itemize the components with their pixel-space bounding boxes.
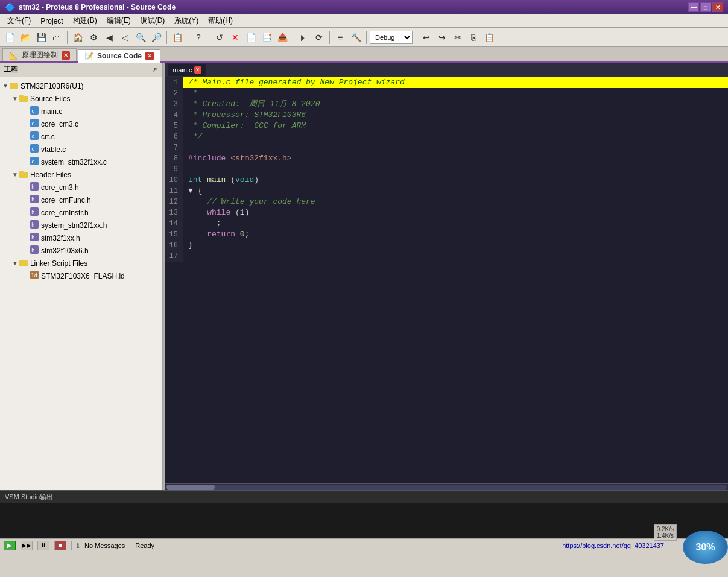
tree-label-crt_c: crt.c xyxy=(41,133,55,141)
line-number-13: 13 xyxy=(165,207,183,218)
tb-btn-copy[interactable]: ⎘ xyxy=(466,30,481,45)
menu-item-y[interactable]: 系统(Y) xyxy=(169,14,203,27)
tree-label-vtable_c: vtable.c xyxy=(41,145,66,154)
maximize-button[interactable]: □ xyxy=(700,2,711,12)
tree-item-stm32f103x6_h[interactable]: h stm32f103x6.h xyxy=(0,244,162,257)
redo-button[interactable]: ↪ xyxy=(435,30,449,45)
save-all-button[interactable]: 🗃 xyxy=(49,30,64,45)
tree-item-system_stm32_h[interactable]: h system_stm32f1xx.h xyxy=(0,219,162,232)
code-line-12[interactable]: 12 // Write your code here xyxy=(165,197,728,207)
minimize-button[interactable]: — xyxy=(688,2,699,12)
tb-btn-paste[interactable]: 📋 xyxy=(482,30,496,45)
tree-item-core_cminstr_h[interactable]: h core_cmInstr.h xyxy=(0,206,162,219)
tab-sourcecode-close[interactable]: ✕ xyxy=(145,52,154,60)
tree-item-crt_c[interactable]: c crt.c xyxy=(0,130,162,143)
code-scrollbar[interactable] xyxy=(165,483,728,490)
tree-label-stm32f103x6_h: stm32f103x6.h xyxy=(41,247,89,255)
tb-btn-13[interactable]: ≡ xyxy=(333,30,347,45)
code-line-1[interactable]: 1/* Main.c file generated by New Project… xyxy=(165,77,728,88)
pause-button[interactable]: ⏸ xyxy=(37,541,49,550)
help-button[interactable]: ? xyxy=(191,30,206,45)
tree-item-root[interactable]: ▼ STM32F103R6(U1) xyxy=(0,80,162,92)
home-button[interactable]: 🏠 xyxy=(71,30,85,45)
menu-item-b[interactable]: 构建(B) xyxy=(68,14,102,27)
tb-btn-9[interactable]: 📑 xyxy=(259,30,274,45)
scroll-thumb[interactable] xyxy=(166,485,215,490)
code-line-15[interactable]: 15 return 0; xyxy=(165,229,728,240)
code-line-13[interactable]: 13 while (1) xyxy=(165,207,728,218)
tree-icon-linkerfiles xyxy=(19,258,28,268)
status-bar: ▶ ▶▶ ⏸ ■ ℹ No Messages Ready https://blo… xyxy=(0,538,728,552)
scroll-track[interactable] xyxy=(166,485,727,490)
properties-button[interactable]: ⚙ xyxy=(86,30,101,45)
code-line-2[interactable]: 2 * xyxy=(165,88,728,99)
tab-schematic-close[interactable]: ✕ xyxy=(62,51,70,60)
play-button[interactable]: ▶ xyxy=(4,541,16,550)
tree-item-headerfiles[interactable]: ▼ Header Files xyxy=(0,168,162,181)
tree-item-linkerfiles[interactable]: ▼ Linker Script Files xyxy=(0,257,162,270)
stop-button[interactable]: ✕ xyxy=(228,30,242,45)
tree-arrow-linkerfiles[interactable]: ▼ xyxy=(12,260,18,266)
tree-item-core_cmfunc_h[interactable]: h core_cmFunc.h xyxy=(0,194,162,206)
tb-btn-cut[interactable]: ✂ xyxy=(451,30,465,45)
undo-compile-button[interactable]: ↺ xyxy=(212,30,227,45)
code-line-3[interactable]: 3 * Created: 周日 11月 8 2020 xyxy=(165,99,728,110)
menu-item-project[interactable]: Project xyxy=(36,16,68,27)
menu-item-e[interactable]: 编辑(E) xyxy=(102,14,136,27)
debug-dropdown[interactable]: Debug Release xyxy=(370,31,413,44)
tree-item-core_cm3_h[interactable]: h core_cm3.h xyxy=(0,181,162,194)
tb-btn-8[interactable]: 📄 xyxy=(244,30,258,45)
tb-btn-6[interactable]: 🔎 xyxy=(149,30,163,45)
tree-icon-headerfiles xyxy=(19,169,28,180)
new-button[interactable]: 📄 xyxy=(2,30,17,45)
title-bar: 🔷 stm32 - Proteus 8 Professional - Sourc… xyxy=(0,0,728,14)
code-line-9[interactable]: 9 xyxy=(165,164,728,175)
code-line-6[interactable]: 6 */ xyxy=(165,131,728,142)
open-button[interactable]: 📂 xyxy=(18,30,33,45)
tb-btn-11[interactable]: ⏵ xyxy=(296,30,311,45)
code-line-10[interactable]: 10int main (void) xyxy=(165,175,728,186)
code-line-4[interactable]: 4 * Processor: STM32F103R6 xyxy=(165,110,728,121)
tree-item-system_stm32[interactable]: c system_stm32f1xx.c xyxy=(0,156,162,168)
code-line-17[interactable]: 17 xyxy=(165,251,728,262)
code-tab-close[interactable]: ✕ xyxy=(194,66,201,74)
sidebar-collapse-button[interactable]: ↗ xyxy=(150,66,159,74)
tb-btn-12[interactable]: ⟳ xyxy=(312,30,326,45)
code-line-8[interactable]: 8#include <stm32f1xx.h> xyxy=(165,153,728,164)
tree-item-stm32f1xx_h[interactable]: h stm32f1xx.h xyxy=(0,232,162,244)
menu-item-h[interactable]: 帮助(H) xyxy=(203,14,238,27)
undo-button[interactable]: ↩ xyxy=(419,30,434,45)
code-line-5[interactable]: 5 * Compiler: GCC for ARM xyxy=(165,121,728,131)
tb-btn-4[interactable]: ◁ xyxy=(118,30,132,45)
close-button[interactable]: ✕ xyxy=(712,2,723,12)
menu-item-d[interactable]: 调试(D) xyxy=(136,14,170,27)
tree-arrow-headerfiles[interactable]: ▼ xyxy=(12,171,18,178)
upload-stat: 0.2K/s xyxy=(657,526,674,532)
tab-schematic[interactable]: 📐 原理图绘制 ✕ xyxy=(2,48,77,61)
step-button[interactable]: ▶▶ xyxy=(21,541,33,550)
code-line-14[interactable]: 14 ; xyxy=(165,218,728,229)
tb-btn-10[interactable]: 📤 xyxy=(275,30,290,45)
stop-sim-button[interactable]: ■ xyxy=(54,541,66,550)
tree-label-headerfiles: Header Files xyxy=(30,171,71,179)
menu-item-f[interactable]: 文件(F) xyxy=(2,14,36,27)
tree-item-vtable_c[interactable]: c vtable.c xyxy=(0,143,162,156)
tree-item-main_c[interactable]: c main.c xyxy=(0,105,162,118)
code-tab-main-c[interactable]: main.c ✕ xyxy=(168,64,206,76)
tree-arrow-sourcefiles[interactable]: ▼ xyxy=(12,95,18,102)
tab-sourcecode[interactable]: 📝 Source Code ✕ xyxy=(78,49,160,63)
tree-arrow-root[interactable]: ▼ xyxy=(2,83,8,89)
code-line-16[interactable]: 16} xyxy=(165,240,728,251)
code-line-7[interactable]: 7 xyxy=(165,142,728,153)
code-line-11[interactable]: 11▼ { xyxy=(165,186,728,197)
tb-btn-5[interactable]: 🔍 xyxy=(133,30,148,45)
save-button[interactable]: 💾 xyxy=(34,30,48,45)
tree-item-flash_ld[interactable]: ld STM32F103X6_FLASH.ld xyxy=(0,270,162,282)
tb-btn-3[interactable]: ◀ xyxy=(102,30,116,45)
sidebar-tree: ▼ STM32F103R6(U1) ▼ Source Files c main.… xyxy=(0,77,162,490)
tb-btn-7[interactable]: 📋 xyxy=(170,30,185,45)
tree-item-core_cm3_c[interactable]: c core_cm3.c xyxy=(0,118,162,130)
build-button[interactable]: 🔨 xyxy=(349,30,363,45)
code-content[interactable]: 1/* Main.c file generated by New Project… xyxy=(165,77,728,483)
tree-item-sourcefiles[interactable]: ▼ Source Files xyxy=(0,92,162,105)
